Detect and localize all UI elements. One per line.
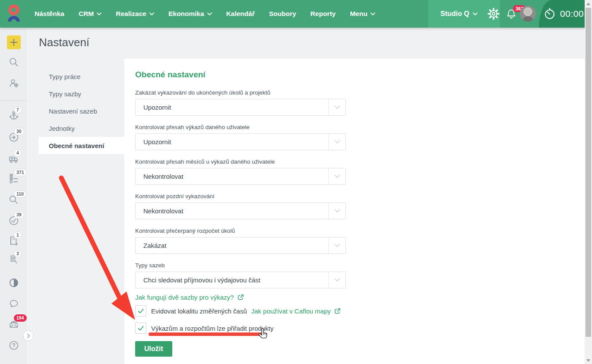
nav-item-kalendar[interactable]: Kalendář [226,10,255,18]
checkbox-row-produkty: Výkazům a rozpočtům lze přiřadit produkt… [135,323,585,334]
sidebar-item-chat[interactable] [8,298,19,309]
notifications-button[interactable]: 363 [504,6,522,24]
settings-gear-button[interactable] [487,7,500,20]
scroll-up-arrow[interactable] [585,0,592,7]
nav-label: Soubory [269,10,296,18]
badge: 30 [14,128,24,135]
subnav-item-jednotky[interactable]: Jednotky [38,120,124,137]
form-field: Kontrolovat přesah měsíců u výkazů danéh… [135,158,585,185]
badge: 110 [14,190,26,198]
rates-help-link[interactable]: Jak fungují dvě sazby pro výkazy? [135,294,244,301]
checkbox-row-lokalita: Evidovat lokalitu změřených časů Jak pou… [135,305,585,317]
nav-label: Realizace [116,10,146,18]
select-value: Nekontrolovat [136,173,184,180]
nav-item-nastenka[interactable]: Nástěnka [35,10,64,18]
nav-item-reporty[interactable]: Reporty [310,10,336,18]
app-logo[interactable] [0,0,28,28]
sidebar-item-approvals[interactable]: 39 [8,215,19,226]
sidebar-item-anchor[interactable]: 7 [8,110,19,121]
gear-icon [487,7,500,20]
checkbox-label: Evidovat lokalitu změřených časů [151,307,247,315]
add-contact-button[interactable] [8,78,19,89]
checkbox-evidovat-lokalitu[interactable] [135,305,146,317]
chevron-down-icon [473,13,478,16]
nav-item-realizace[interactable]: Realizace [116,10,154,18]
save-button[interactable]: Uložit [135,341,172,357]
question-icon: ? [8,340,19,351]
chevron-down-icon [97,13,101,16]
sidebar-item-contrast[interactable] [8,277,19,288]
person-add-icon [8,78,19,89]
sidebar-divider [0,100,28,101]
sidebar-item-ambulance[interactable]: 4 [8,153,19,165]
subnav-item-typy-prace[interactable]: Typy práce [38,68,124,85]
sidebar-item-tasks[interactable]: 371 [8,173,19,184]
scrollbar-thumb[interactable] [586,8,591,337]
help-button[interactable]: ? [8,340,19,351]
search-button[interactable] [8,57,19,68]
sidebar-item-receipts[interactable]: 3 [8,254,19,265]
settings-subnav: Typy práce Typy sazby Nastavení sazeb Je… [38,68,124,154]
app-screen: Nástěnka CRM Realizace Ekonomika Kalendá… [0,0,592,364]
select-presah-mesicu[interactable]: Nekontrolovat [135,168,346,185]
settings-panel: Obecné nastavení Zakázat vykazování do u… [124,59,585,364]
subnav-item-typy-sazby[interactable]: Typy sazby [38,85,124,102]
select-arrow-zone [328,99,345,115]
select-arrow-zone [328,272,345,288]
sidebar-item-inbox[interactable]: 194 [8,318,19,329]
topbar: Nástěnka CRM Realizace Ekonomika Kalendá… [0,0,585,28]
caflou-maps-link[interactable]: Jak používat v Caflou mapy [251,307,341,315]
link-label: Jak používat v Caflou mapy [251,307,331,315]
scroll-down-arrow[interactable] [585,357,592,364]
select-arrow-zone [328,237,345,253]
subnav-item-obecne-nastaveni[interactable]: Obecné nastavení [38,137,124,154]
main-navigation: Nástěnka CRM Realizace Ekonomika Kalendá… [35,0,375,28]
select-arrow-zone [328,134,345,150]
workspace-name: Studio Q [440,10,469,18]
select-presah-vykazu[interactable]: Upozornit [135,133,346,150]
select-pozdni-vykazovani[interactable]: Nekontrolovat [135,203,346,219]
user-avatar[interactable] [520,6,536,22]
chevron-down-icon [334,209,340,213]
field-label: Kontrolovat přesah měsíců u výkazů danéh… [135,158,585,165]
select-precerpany-rozpocet[interactable]: Zakázat [135,237,346,254]
plus-icon [9,38,19,47]
select-typy-sazeb[interactable]: Chci sledovat příjmovou i výdajovou část [135,272,346,288]
page-title: Nastavení [39,36,89,49]
checkbox-priradit-produkty[interactable] [135,323,146,334]
checkmark-icon [137,324,145,332]
form-field: Typy sazeb Chci sledovat příjmovou i výd… [135,262,585,288]
add-button[interactable] [7,35,21,49]
nav-item-soubory[interactable]: Soubory [269,10,296,18]
badge: 4 [14,149,22,157]
sidebar-expand-button[interactable] [23,330,34,341]
icon-sidebar: 7 30 4 371 [0,28,28,364]
badge: 39 [14,211,24,218]
link-label: Jak fungují dvě sazby pro výkazy? [135,294,234,301]
nav-item-menu[interactable]: Menu [350,10,375,18]
chevron-down-icon [370,13,375,16]
vertical-scrollbar[interactable] [585,0,592,364]
subnav-item-nastaveni-sazeb[interactable]: Nastavení sazeb [38,102,124,120]
form-field: Zakázat vykazování do ukončených úkolů a… [135,89,585,116]
sidebar-item-search-detail[interactable]: 110 [8,194,19,206]
select-value: Nekontrolovat [136,207,184,215]
chevron-down-icon [149,13,154,16]
field-label: Typy sazeb [135,262,585,269]
workspace-switcher[interactable]: Studio Q [440,10,478,18]
chat-bubble-icon [8,298,19,309]
chevron-down-icon [334,174,340,178]
sidebar-item-forward[interactable]: 30 [8,132,19,143]
sidebar-item-ledger[interactable]: 1 [8,235,19,247]
badge: 371 [14,169,27,176]
field-label: Zakázat vykazování do ukončených úkolů a… [135,89,585,96]
nav-item-crm[interactable]: CRM [79,10,101,18]
select-zakazat-vykazovani[interactable]: Upozornit [135,99,346,116]
badge: 194 [14,314,27,322]
timer-section[interactable]: 00:00 [539,0,585,28]
external-link-icon [334,307,341,315]
nav-item-ekonomika[interactable]: Ekonomika [168,10,212,18]
svg-text:?: ? [12,342,15,348]
field-label: Kontrolovat přesah výkazů daného uživate… [135,124,585,131]
badge: 1 [14,231,22,239]
